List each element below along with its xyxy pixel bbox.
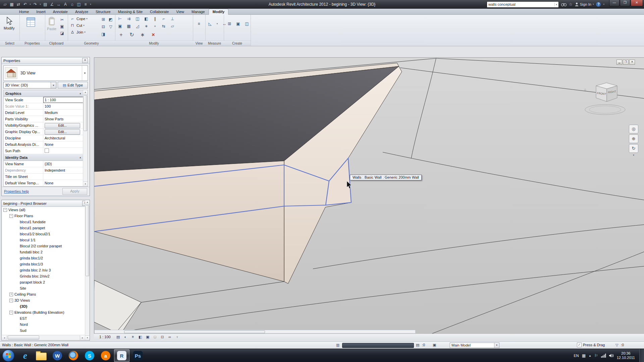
thin-lines-toggle-icon[interactable]: ≡: [196, 21, 202, 27]
pin-large-icon[interactable]: ∗: [139, 31, 147, 39]
wall-joins-icon[interactable]: ⊞: [100, 16, 106, 22]
tree-item[interactable]: Site: [2, 285, 85, 291]
press-drag-checkbox[interactable]: ✓: [577, 343, 582, 347]
collapse-expander-icon[interactable]: −: [9, 299, 13, 302]
viewport-h-scrollbar[interactable]: [94, 330, 416, 334]
sign-in-dropdown-icon[interactable]: ▾: [593, 3, 594, 6]
edit-type-button[interactable]: ▤ Edit Type: [58, 82, 88, 88]
tree-item[interactable]: fundatii bloc 2: [2, 249, 85, 255]
cut-icon[interactable]: ✂: [59, 17, 65, 23]
worksets-combo[interactable]: [342, 343, 414, 348]
browser-scroll-up-icon[interactable]: ▲: [85, 200, 90, 205]
taskbar-skype[interactable]: S: [82, 349, 97, 362]
navbar-dropdown-icon[interactable]: ▾: [632, 154, 636, 157]
create-similar-icon[interactable]: ▣: [235, 21, 241, 27]
collapse-expander-icon[interactable]: −: [9, 214, 13, 218]
tree-item[interactable]: grinda bloc 2 /niv 3: [2, 267, 85, 273]
scroll-right-icon[interactable]: ▸: [80, 336, 85, 340]
network-icon[interactable]: [601, 354, 606, 358]
measure-tool-icon[interactable]: ◺: [207, 21, 213, 27]
tab-home[interactable]: Home: [15, 9, 33, 14]
sun-path-checkbox[interactable]: [45, 148, 49, 153]
property-group-header[interactable]: Graphics▲: [4, 90, 83, 97]
text-icon[interactable]: A: [62, 1, 68, 7]
type-selector-dropdown-icon[interactable]: ▼: [82, 66, 88, 80]
navigation-wheel-icon[interactable]: ◎: [629, 125, 638, 133]
browser-h-scrollbar-thumb[interactable]: [8, 336, 39, 340]
help-icon[interactable]: ?: [596, 2, 601, 7]
tree-item[interactable]: EST: [2, 315, 85, 321]
split-face-icon[interactable]: ◩: [108, 16, 114, 22]
property-value[interactable]: {3D}: [43, 161, 83, 167]
taskbar-orange-a-app[interactable]: a: [98, 349, 113, 362]
cut-button-dropdown-icon[interactable]: ▾: [83, 24, 85, 27]
tree-item[interactable]: Grinda bloc 2/niv2: [2, 273, 85, 279]
sign-in-button[interactable]: Sign In ▾: [575, 2, 594, 6]
search-input[interactable]: walls conceptual: [488, 2, 554, 6]
taskbar-internet-explorer[interactable]: e: [17, 349, 33, 362]
tab-insert[interactable]: Insert: [33, 9, 49, 14]
tab-annotate[interactable]: Annotate: [49, 9, 71, 14]
property-value[interactable]: Medium: [43, 110, 83, 116]
taskbar-word[interactable]: W: [50, 349, 65, 362]
properties-toggle-button[interactable]: [25, 16, 37, 28]
detail-level-icon[interactable]: ▤: [115, 335, 121, 340]
show-desktop-button[interactable]: [639, 349, 644, 362]
demolish-icon[interactable]: ▽: [108, 24, 114, 30]
property-value[interactable]: Architectural: [43, 135, 83, 141]
property-value[interactable]: Independent: [43, 167, 83, 173]
create-assembly-icon[interactable]: ◫: [244, 21, 250, 27]
search-box[interactable]: walls conceptual ▾: [487, 1, 559, 8]
volume-icon[interactable]: [609, 354, 614, 358]
scroll-left-icon[interactable]: ◂: [2, 336, 7, 340]
property-value[interactable]: None: [43, 141, 83, 147]
panel-label-measure[interactable]: Measure: [205, 41, 224, 46]
browser-scrollbar-thumb[interactable]: [86, 205, 89, 276]
browser-v-scrollbar[interactable]: ▲ ▼: [85, 200, 90, 340]
tree-item[interactable]: −Views (all): [2, 207, 85, 213]
trim-extend-corner-icon[interactable]: ⌐: [161, 16, 167, 22]
language-indicator[interactable]: EN: [574, 354, 579, 358]
properties-v-scrollbar[interactable]: ▲ ▼: [83, 90, 88, 186]
expand-expander-icon[interactable]: +: [9, 293, 13, 296]
print-icon[interactable]: ▤: [42, 1, 48, 7]
tab-massing-site[interactable]: Massing & Site: [114, 9, 146, 14]
viewport-scrollbar-thumb[interactable]: [124, 330, 265, 334]
move-icon[interactable]: +: [117, 31, 125, 39]
design-options-icon[interactable]: ▣: [433, 343, 436, 347]
close-button[interactable]: ✕: [631, 0, 643, 6]
restore-button[interactable]: ❒: [620, 0, 630, 6]
selection-filter-icon[interactable]: ▽: [615, 343, 618, 347]
tree-item[interactable]: blocul 1/1: [2, 237, 85, 243]
panel-label-modify[interactable]: Modify: [115, 41, 193, 46]
taskbar-photoshop[interactable]: Ps: [130, 349, 146, 362]
panel-label-create[interactable]: Create: [224, 41, 251, 46]
measure-dropdown-icon[interactable]: ▾: [216, 21, 219, 27]
action-center-icon[interactable]: ⚐: [594, 353, 598, 358]
press-drag-toggle[interactable]: ✓ Press & Drag: [577, 343, 605, 347]
viewcube-home-icon[interactable]: ⌂: [584, 87, 586, 92]
default-3d-view-icon[interactable]: ⌂: [69, 1, 75, 7]
editable-only-icon[interactable]: ▤: [416, 343, 419, 347]
copy-to-clipboard-icon[interactable]: ▣: [59, 23, 65, 29]
drawing-area[interactable]: FRONT RIGHT ⌂ ▁ ❒ ✕ ◎⊕↻▾ Walls : Basic W…: [94, 57, 644, 334]
cut-button[interactable]: ⊓Cut▾: [69, 22, 88, 29]
view-restore-button[interactable]: ❒: [623, 60, 629, 65]
sun-path-toggle-icon[interactable]: ☀: [130, 335, 136, 340]
tree-item[interactable]: parapet block 2: [2, 279, 85, 285]
thin-lines-icon[interactable]: ≡: [83, 1, 89, 7]
shadows-icon[interactable]: ◧: [138, 335, 143, 340]
offset-icon[interactable]: ⇉: [126, 16, 132, 22]
undo-dropdown-icon[interactable]: ▾: [29, 1, 32, 7]
panel-label-select[interactable]: Select: [0, 41, 19, 46]
property-value[interactable]: [43, 174, 83, 180]
minimize-button[interactable]: —: [609, 0, 620, 6]
paste-button[interactable]: Paste: [46, 16, 57, 32]
array-icon[interactable]: ▦: [126, 23, 132, 29]
tree-item[interactable]: −3D Views: [2, 297, 85, 303]
tree-item[interactable]: {3D}: [2, 303, 85, 309]
worksets-icon[interactable]: ▥: [336, 343, 339, 347]
taskbar-clock[interactable]: 20:36 12.10.2011: [617, 351, 635, 360]
tree-item[interactable]: −Floor Plans: [2, 213, 85, 219]
redo-dropdown-icon[interactable]: ▾: [39, 1, 42, 7]
